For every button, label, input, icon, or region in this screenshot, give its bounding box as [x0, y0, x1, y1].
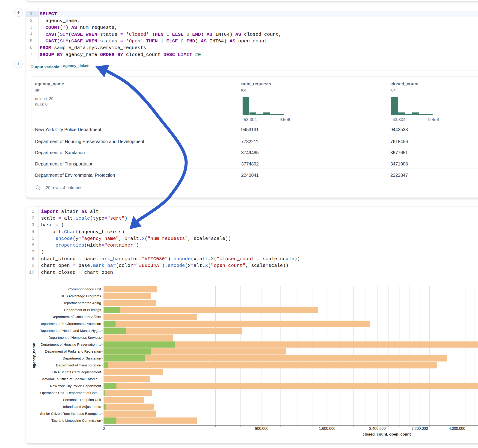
svg-text:Department of Health and Menta: Department of Health and Mental Hyg…: [39, 329, 101, 333]
svg-text:Department of Parks and Recrea: Department of Parks and Recreation: [45, 349, 101, 353]
svg-text:Department of Buildings: Department of Buildings: [64, 308, 101, 312]
svg-text:Personal Exemption Unit: Personal Exemption Unit: [63, 398, 101, 402]
svg-text:Refunds and Adjustments: Refunds and Adjustments: [62, 405, 101, 409]
svg-text:closed_count, open_count: closed_count, open_count: [363, 432, 411, 436]
svg-text:Department of Consumer Affairs: Department of Consumer Affairs: [52, 315, 101, 319]
svg-text:800,000: 800,000: [255, 427, 268, 430]
svg-text:Department of Sanitation: Department of Sanitation: [63, 356, 101, 360]
svg-text:Department of Housing Preserva: Department of Housing Preservation …: [41, 342, 101, 346]
svg-text:Department of Environmental Pr: Department of Environmental Protection: [39, 322, 101, 326]
svg-text:DHS Advantage Programs: DHS Advantage Programs: [60, 294, 101, 298]
svg-text:New York City Police Departmen: New York City Police Department: [50, 384, 101, 388]
svg-text:2,400,000: 2,400,000: [369, 427, 385, 430]
svg-text:0: 0: [103, 427, 105, 430]
svg-text:Operations Unit - Department o: Operations Unit - Department of Hom…: [40, 391, 101, 395]
svg-text:HRA Benefit Card Replacement: HRA Benefit Card Replacement: [52, 370, 101, 374]
svg-text:Department for the Aging: Department for the Aging: [63, 301, 101, 305]
svg-text:Senior Citizen Rent Increase E: Senior Citizen Rent Increase Exempti…: [40, 412, 101, 416]
svg-text:Taxi and Limousine Commission: Taxi and Limousine Commission: [51, 418, 101, 423]
svg-text:Correspondence Unit: Correspondence Unit: [68, 287, 101, 291]
svg-text:1,600,000: 1,600,000: [319, 427, 335, 430]
svg-text:Department of Transportation: Department of Transportation: [56, 363, 101, 367]
svg-text:Department of Homeless Service: Department of Homeless Services: [48, 336, 101, 339]
svg-text:3,200,000: 3,200,000: [412, 427, 428, 430]
svg-text:Mayorâ€ s Office of Special E: Mayorâ€ s Office of Special Enforce…: [42, 377, 101, 381]
svg-text:4,000,000: 4,000,000: [449, 427, 465, 430]
svg-text:agency_name: agency_name: [32, 343, 36, 368]
